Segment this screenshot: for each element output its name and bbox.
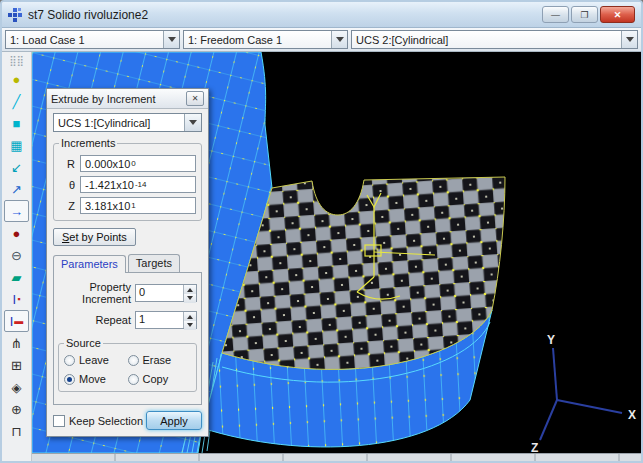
- grid-tool-icon[interactable]: ⊞: [4, 354, 29, 376]
- repeat-stepper[interactable]: 1: [135, 311, 197, 329]
- beam-section-alt-icon[interactable]: I▬: [4, 310, 29, 332]
- extrude-dialog-titlebar[interactable]: Extrude by Increment ✕: [47, 89, 208, 109]
- radio-leave[interactable]: Leave: [64, 354, 128, 366]
- axis-x-label: X: [628, 408, 636, 422]
- keep-selection-checkbox[interactable]: [53, 415, 65, 427]
- status-strip: [32, 453, 641, 461]
- tab-parameters[interactable]: Parameters: [53, 255, 126, 273]
- increment-z-label: Z: [59, 200, 75, 212]
- plate-element-icon[interactable]: ▰: [4, 266, 29, 288]
- select-beam-icon[interactable]: ╱: [4, 90, 29, 112]
- sphere-grid-icon[interactable]: ⊕: [4, 398, 29, 420]
- chevron-down-icon[interactable]: [163, 31, 179, 48]
- load-case-value: 1: Load Case 1: [6, 34, 163, 46]
- increments-group: Increments R 0.000x100 θ -1.421x10-14: [53, 137, 202, 221]
- titlebar: st7 Solido rivoluzione2 — ❐ ✕: [2, 2, 641, 28]
- dialog-ucs-value: UCS 1:[Cylindrical]: [54, 117, 184, 129]
- model-viewport[interactable]: Y X Z Extrude by Increment ✕ UCS 1:[Cyli…: [32, 52, 641, 461]
- spin-up-icon[interactable]: [184, 312, 196, 321]
- pipe-tool-icon[interactable]: ⋔: [4, 332, 29, 354]
- property-increment-stepper[interactable]: 0: [135, 284, 197, 302]
- dialog-tabs: Parameters Targets: [53, 254, 202, 272]
- apply-button[interactable]: Apply: [146, 411, 202, 430]
- dialog-ucs-combo[interactable]: UCS 1:[Cylindrical]: [53, 113, 202, 132]
- faceted-plate-icon[interactable]: ◈: [4, 376, 29, 398]
- axis-y-label: Y: [547, 333, 555, 347]
- cylinder-tool-icon[interactable]: ⊖: [4, 244, 29, 266]
- freedom-case-value: 1: Freedom Case 1: [184, 34, 331, 46]
- chevron-down-icon[interactable]: [331, 31, 347, 48]
- increment-theta-label: θ: [59, 179, 75, 191]
- window-title: st7 Solido rivoluzione2: [28, 8, 542, 22]
- repeat-label: Repeat: [58, 314, 131, 326]
- increment-theta-field[interactable]: -1.421x10-14: [80, 176, 196, 193]
- tab-targets[interactable]: Targets: [128, 254, 180, 272]
- extrude-dialog-title: Extrude by Increment: [51, 93, 186, 105]
- node-marker-icon[interactable]: ●: [4, 222, 29, 244]
- radio-move[interactable]: Move: [64, 373, 128, 385]
- spin-down-icon[interactable]: [184, 321, 196, 330]
- frame-tool-icon[interactable]: ⊓: [4, 420, 29, 442]
- radio-erase[interactable]: Erase: [128, 354, 192, 366]
- maximize-button[interactable]: ❐: [571, 6, 598, 23]
- extrude-dialog: Extrude by Increment ✕ UCS 1:[Cylindrica…: [46, 88, 209, 437]
- select-brick-icon[interactable]: ▦: [4, 134, 29, 156]
- ucs-combo[interactable]: UCS 2:[Cylindrical]: [351, 30, 638, 49]
- spin-up-icon[interactable]: [184, 285, 196, 294]
- freedom-case-combo[interactable]: 1: Freedom Case 1: [183, 30, 348, 49]
- beam-section-icon[interactable]: I▪: [4, 288, 29, 310]
- ucs-value: UCS 2:[Cylindrical]: [352, 34, 621, 46]
- chevron-down-icon[interactable]: [184, 114, 201, 131]
- load-case-combo[interactable]: 1: Load Case 1: [5, 30, 180, 49]
- select-vertex-icon[interactable]: ↗: [4, 178, 29, 200]
- extrude-move-icon[interactable]: →: [4, 200, 29, 222]
- property-increment-label: Property Increment: [58, 281, 131, 305]
- increment-z-field[interactable]: 3.181x101: [80, 197, 196, 214]
- left-toolbar: ⣿⣿●╱■▦↙↗→●⊖▰I▪I▬⋔⊞◈⊕⊓: [2, 52, 32, 461]
- dialog-close-icon[interactable]: ✕: [186, 91, 204, 106]
- app-window: st7 Solido rivoluzione2 — ❐ ✕ 1: Load Ca…: [0, 0, 643, 463]
- increment-r-label: R: [59, 158, 75, 170]
- app-logo-icon: [8, 8, 22, 22]
- increment-r-field[interactable]: 0.000x100: [80, 155, 196, 172]
- chevron-down-icon[interactable]: [621, 31, 637, 48]
- increments-legend: Increments: [59, 137, 117, 149]
- parameters-tabpage: Property Increment 0 Repeat 1: [53, 272, 202, 405]
- source-legend: Source: [64, 337, 103, 349]
- minimize-button[interactable]: —: [542, 6, 569, 23]
- keep-selection-label: Keep Selection: [69, 415, 143, 427]
- select-plate-icon[interactable]: ■: [4, 112, 29, 134]
- spin-down-icon[interactable]: [184, 294, 196, 303]
- axis-z-label: Z: [531, 441, 538, 453]
- case-toolbar: 1: Load Case 1 1: Freedom Case 1 UCS 2:[…: [2, 28, 641, 52]
- drag-handle-icon[interactable]: ⣿⣿: [4, 54, 29, 68]
- set-by-points-button[interactable]: Set by Points: [53, 228, 136, 246]
- select-node-icon[interactable]: ●: [4, 68, 29, 90]
- source-group: Source Leave Erase Move Copy: [58, 337, 197, 392]
- select-link-icon[interactable]: ↙: [4, 156, 29, 178]
- close-button[interactable]: ✕: [600, 6, 635, 23]
- radio-copy[interactable]: Copy: [128, 373, 192, 385]
